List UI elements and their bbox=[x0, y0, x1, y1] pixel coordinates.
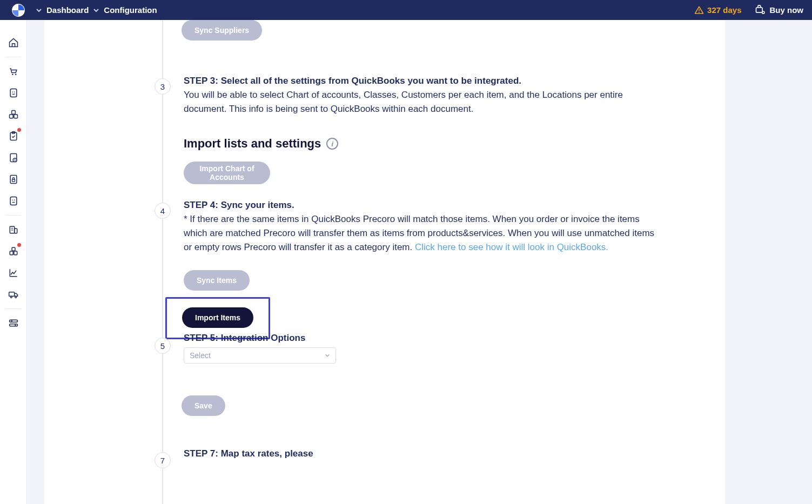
svg-point-5 bbox=[12, 74, 13, 76]
step-badge-4: 4 bbox=[155, 203, 171, 219]
precoro-logo-icon bbox=[11, 3, 25, 17]
svg-rect-12 bbox=[11, 111, 15, 115]
step-4-title: STEP 4: Sync your items. bbox=[184, 198, 659, 212]
truck-icon bbox=[8, 289, 19, 300]
nav-invoices[interactable] bbox=[5, 82, 22, 104]
svg-point-21 bbox=[12, 200, 13, 201]
svg-rect-30 bbox=[9, 292, 14, 297]
toggles-icon bbox=[8, 318, 19, 328]
document-face-icon bbox=[8, 196, 19, 206]
svg-rect-3 bbox=[756, 8, 762, 12]
info-icon[interactable]: i bbox=[326, 138, 338, 150]
cart-icon bbox=[755, 5, 766, 16]
svg-rect-27 bbox=[10, 251, 13, 255]
nav-approvals[interactable] bbox=[5, 104, 22, 125]
nav-settings[interactable] bbox=[5, 312, 22, 334]
svg-point-32 bbox=[15, 297, 16, 298]
svg-point-22 bbox=[14, 200, 15, 201]
app-logo[interactable] bbox=[9, 3, 28, 17]
lock-document-icon bbox=[8, 174, 19, 185]
cart-hand-icon bbox=[8, 66, 19, 77]
svg-rect-33 bbox=[9, 320, 17, 322]
step-badge-3: 3 bbox=[155, 78, 171, 95]
document-money-icon: $ bbox=[8, 152, 19, 163]
svg-point-2 bbox=[699, 11, 700, 12]
nav-inventory[interactable] bbox=[5, 240, 22, 262]
svg-rect-24 bbox=[14, 229, 17, 233]
top-bar: Dashboard Configuration 327 days Buy now bbox=[0, 0, 812, 20]
svg-rect-10 bbox=[9, 115, 13, 118]
svg-rect-7 bbox=[10, 89, 17, 97]
nav-home[interactable] bbox=[5, 32, 22, 53]
svg-point-9 bbox=[14, 92, 15, 93]
chevron-down-icon bbox=[325, 351, 330, 360]
notification-dot-icon bbox=[17, 128, 21, 132]
boxes-icon bbox=[8, 109, 19, 120]
svg-point-6 bbox=[15, 74, 16, 76]
chart-line-icon bbox=[8, 267, 19, 278]
nav-reports[interactable] bbox=[5, 262, 22, 284]
svg-rect-35 bbox=[9, 324, 17, 326]
building-icon bbox=[8, 224, 19, 235]
home-icon bbox=[8, 37, 19, 48]
svg-rect-20 bbox=[10, 197, 17, 205]
page: Sync Suppliers 3 STEP 3: Select all of t… bbox=[27, 20, 812, 504]
content-card: Sync Suppliers 3 STEP 3: Select all of t… bbox=[44, 20, 725, 504]
svg-point-4 bbox=[762, 11, 764, 14]
svg-point-31 bbox=[10, 297, 12, 298]
svg-rect-28 bbox=[14, 251, 17, 255]
packages-icon bbox=[8, 246, 19, 257]
quickbooks-preview-link[interactable]: Click here to see how it will look in Qu… bbox=[415, 242, 608, 252]
trial-days-remaining[interactable]: 327 days bbox=[694, 5, 741, 15]
nav-suppliers[interactable] bbox=[5, 219, 22, 240]
breadcrumb-dashboard[interactable]: Dashboard bbox=[46, 5, 89, 15]
buy-now-button[interactable]: Buy now bbox=[755, 5, 804, 16]
step-3: STEP 3: Select all of the settings from … bbox=[184, 74, 659, 184]
warning-icon bbox=[694, 5, 704, 15]
step-5-title: STEP 5: Integration Options bbox=[184, 331, 659, 345]
nav-locked[interactable] bbox=[5, 169, 22, 190]
step-4-description: * If there are the same items in QuickBo… bbox=[184, 212, 659, 255]
nav-receipts[interactable]: $ bbox=[5, 147, 22, 169]
step-7-title: STEP 7: Map tax rates, please bbox=[184, 447, 659, 461]
sync-suppliers-button[interactable]: Sync Suppliers bbox=[182, 20, 262, 41]
svg-rect-19 bbox=[12, 179, 15, 182]
invoice-smile-icon bbox=[8, 88, 19, 98]
step-4: STEP 4: Sync your items. * If there are … bbox=[184, 198, 659, 339]
step-3-title: STEP 3: Select all of the settings from … bbox=[184, 74, 659, 88]
svg-point-34 bbox=[11, 320, 12, 322]
save-button[interactable]: Save bbox=[182, 395, 225, 416]
step-badge-5: 5 bbox=[155, 338, 171, 354]
svg-rect-29 bbox=[12, 247, 15, 251]
nav-purchase-requests[interactable] bbox=[5, 61, 22, 82]
svg-point-8 bbox=[12, 92, 13, 93]
nav-shipping[interactable] bbox=[5, 284, 22, 305]
breadcrumb: Dashboard Configuration bbox=[35, 5, 157, 15]
trial-days-label: 327 days bbox=[707, 5, 741, 15]
step-7: STEP 7: Map tax rates, please bbox=[184, 447, 659, 461]
chevron-down-icon[interactable] bbox=[35, 6, 43, 15]
step-3-description: You will be able to select Chart of acco… bbox=[184, 88, 659, 117]
svg-point-36 bbox=[15, 325, 16, 326]
import-items-button[interactable]: Import Items bbox=[182, 307, 253, 328]
import-lists-heading: Import lists and settings i bbox=[184, 137, 659, 151]
step-5: STEP 5: Integration Options Select bbox=[184, 331, 659, 364]
notification-dot-icon bbox=[17, 243, 21, 247]
nav-expenses[interactable] bbox=[5, 190, 22, 212]
nav-orders[interactable] bbox=[5, 125, 22, 147]
sidebar: $ bbox=[0, 20, 27, 504]
import-chart-of-accounts-button[interactable]: Import Chart of Accounts bbox=[184, 162, 270, 184]
integration-options-placeholder: Select bbox=[190, 351, 211, 360]
chevron-down-icon[interactable] bbox=[92, 6, 100, 15]
clipboard-check-icon bbox=[8, 131, 19, 142]
buy-now-label: Buy now bbox=[770, 5, 804, 15]
svg-rect-11 bbox=[14, 115, 17, 118]
breadcrumb-configuration[interactable]: Configuration bbox=[104, 5, 157, 15]
integration-options-select[interactable]: Select bbox=[184, 347, 336, 364]
step-badge-7: 7 bbox=[155, 452, 171, 468]
sync-items-button[interactable]: Sync Items bbox=[184, 270, 250, 291]
import-lists-heading-label: Import lists and settings bbox=[184, 137, 321, 151]
